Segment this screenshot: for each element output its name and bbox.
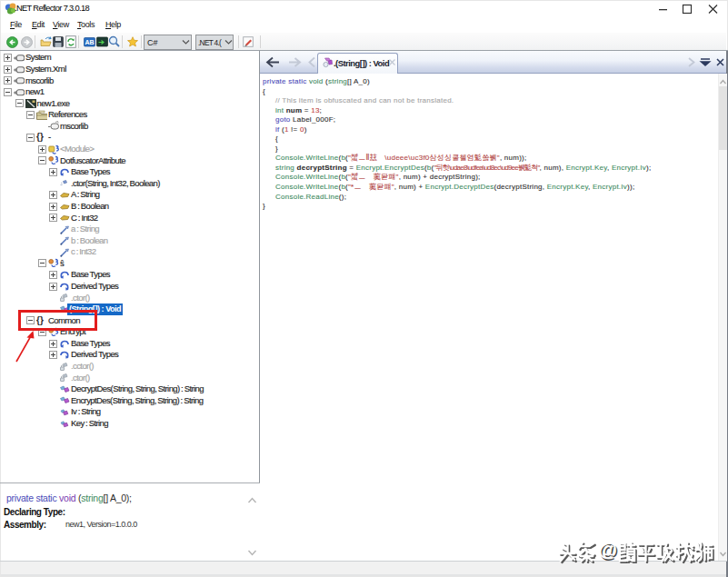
svg-text:AB: AB — [85, 39, 94, 45]
svg-text:@: @ — [598, 539, 616, 562]
